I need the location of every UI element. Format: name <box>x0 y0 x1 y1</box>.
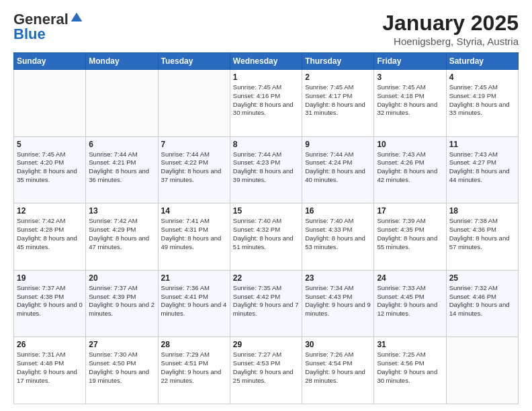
day-number: 9 <box>305 140 371 149</box>
calendar-cell: 9Sunrise: 7:44 AM Sunset: 4:24 PM Daylig… <box>302 136 374 203</box>
day-number: 28 <box>161 340 227 349</box>
calendar-cell: 14Sunrise: 7:41 AM Sunset: 4:31 PM Dayli… <box>158 203 230 271</box>
calendar-cell: 1Sunrise: 7:45 AM Sunset: 4:16 PM Daylig… <box>230 70 302 137</box>
day-number: 29 <box>233 340 299 349</box>
day-info: Sunrise: 7:44 AM Sunset: 4:23 PM Dayligh… <box>233 150 299 185</box>
calendar-table: Sunday Monday Tuesday Wednesday Thursday… <box>13 52 519 404</box>
day-info: Sunrise: 7:44 AM Sunset: 4:22 PM Dayligh… <box>161 150 227 185</box>
day-info: Sunrise: 7:33 AM Sunset: 4:45 PM Dayligh… <box>377 284 443 318</box>
day-info: Sunrise: 7:44 AM Sunset: 4:24 PM Dayligh… <box>305 150 371 185</box>
calendar-cell: 28Sunrise: 7:29 AM Sunset: 4:51 PM Dayli… <box>158 337 230 404</box>
calendar-cell: 10Sunrise: 7:43 AM Sunset: 4:26 PM Dayli… <box>374 136 446 203</box>
day-info: Sunrise: 7:42 AM Sunset: 4:28 PM Dayligh… <box>17 217 83 251</box>
subtitle: Hoenigsberg, Styria, Austria <box>382 36 519 47</box>
calendar-cell: 15Sunrise: 7:40 AM Sunset: 4:32 PM Dayli… <box>230 203 302 271</box>
day-number: 4 <box>449 73 515 82</box>
calendar-cell: 18Sunrise: 7:38 AM Sunset: 4:36 PM Dayli… <box>446 203 518 271</box>
day-number: 2 <box>305 73 371 82</box>
day-info: Sunrise: 7:37 AM Sunset: 4:38 PM Dayligh… <box>17 284 83 318</box>
day-info: Sunrise: 7:40 AM Sunset: 4:32 PM Dayligh… <box>233 217 299 251</box>
calendar-cell: 8Sunrise: 7:44 AM Sunset: 4:23 PM Daylig… <box>230 136 302 203</box>
day-info: Sunrise: 7:39 AM Sunset: 4:35 PM Dayligh… <box>377 217 443 251</box>
logo-icon <box>70 11 83 25</box>
calendar-cell: 30Sunrise: 7:26 AM Sunset: 4:54 PM Dayli… <box>302 337 374 404</box>
day-number: 21 <box>161 273 227 283</box>
day-info: Sunrise: 7:36 AM Sunset: 4:41 PM Dayligh… <box>161 284 227 318</box>
col-saturday: Saturday <box>446 53 518 70</box>
day-number: 12 <box>17 206 83 216</box>
calendar-cell: 2Sunrise: 7:45 AM Sunset: 4:17 PM Daylig… <box>302 70 374 137</box>
col-sunday: Sunday <box>14 53 86 70</box>
calendar-cell: 31Sunrise: 7:25 AM Sunset: 4:56 PM Dayli… <box>374 337 446 404</box>
calendar-week-row: 19Sunrise: 7:37 AM Sunset: 4:38 PM Dayli… <box>14 270 519 337</box>
day-number: 23 <box>305 273 371 283</box>
day-info: Sunrise: 7:37 AM Sunset: 4:39 PM Dayligh… <box>89 284 154 318</box>
calendar-cell: 21Sunrise: 7:36 AM Sunset: 4:41 PM Dayli… <box>158 270 230 337</box>
calendar-cell: 6Sunrise: 7:44 AM Sunset: 4:21 PM Daylig… <box>86 136 158 203</box>
calendar-cell <box>446 337 518 404</box>
day-number: 13 <box>89 206 154 216</box>
day-info: Sunrise: 7:29 AM Sunset: 4:51 PM Dayligh… <box>161 351 227 385</box>
col-tuesday: Tuesday <box>158 53 230 70</box>
day-number: 30 <box>305 340 371 349</box>
day-number: 5 <box>17 140 83 149</box>
calendar-cell: 12Sunrise: 7:42 AM Sunset: 4:28 PM Dayli… <box>14 203 86 271</box>
day-number: 17 <box>377 206 443 216</box>
calendar-cell: 13Sunrise: 7:42 AM Sunset: 4:29 PM Dayli… <box>86 203 158 271</box>
day-number: 3 <box>377 73 443 82</box>
day-info: Sunrise: 7:31 AM Sunset: 4:48 PM Dayligh… <box>17 351 83 385</box>
calendar-week-row: 26Sunrise: 7:31 AM Sunset: 4:48 PM Dayli… <box>14 337 519 404</box>
calendar-cell: 20Sunrise: 7:37 AM Sunset: 4:39 PM Dayli… <box>86 270 158 337</box>
day-info: Sunrise: 7:43 AM Sunset: 4:27 PM Dayligh… <box>449 150 515 185</box>
logo-blue-text: Blue <box>13 26 46 43</box>
calendar-cell: 17Sunrise: 7:39 AM Sunset: 4:35 PM Dayli… <box>374 203 446 271</box>
day-info: Sunrise: 7:26 AM Sunset: 4:54 PM Dayligh… <box>305 351 371 385</box>
calendar-cell <box>86 70 158 137</box>
col-wednesday: Wednesday <box>230 53 302 70</box>
col-monday: Monday <box>86 53 158 70</box>
day-number: 20 <box>89 273 154 283</box>
calendar-cell: 19Sunrise: 7:37 AM Sunset: 4:38 PM Dayli… <box>14 270 86 337</box>
day-info: Sunrise: 7:30 AM Sunset: 4:50 PM Dayligh… <box>89 351 154 385</box>
calendar-cell: 27Sunrise: 7:30 AM Sunset: 4:50 PM Dayli… <box>86 337 158 404</box>
calendar-cell: 29Sunrise: 7:27 AM Sunset: 4:53 PM Dayli… <box>230 337 302 404</box>
day-info: Sunrise: 7:41 AM Sunset: 4:31 PM Dayligh… <box>161 217 227 251</box>
day-number: 24 <box>377 273 443 283</box>
calendar-week-row: 12Sunrise: 7:42 AM Sunset: 4:28 PM Dayli… <box>14 203 519 271</box>
day-number: 26 <box>17 340 83 349</box>
calendar-week-row: 5Sunrise: 7:45 AM Sunset: 4:20 PM Daylig… <box>14 136 519 203</box>
day-number: 27 <box>89 340 154 349</box>
day-number: 7 <box>161 140 227 149</box>
day-info: Sunrise: 7:43 AM Sunset: 4:26 PM Dayligh… <box>377 150 443 185</box>
calendar-cell: 23Sunrise: 7:34 AM Sunset: 4:43 PM Dayli… <box>302 270 374 337</box>
day-info: Sunrise: 7:25 AM Sunset: 4:56 PM Dayligh… <box>377 351 443 385</box>
day-number: 6 <box>89 140 154 149</box>
day-info: Sunrise: 7:45 AM Sunset: 4:20 PM Dayligh… <box>17 150 83 185</box>
day-number: 16 <box>305 206 371 216</box>
svg-marker-0 <box>71 13 83 21</box>
calendar-cell: 24Sunrise: 7:33 AM Sunset: 4:45 PM Dayli… <box>374 270 446 337</box>
day-number: 1 <box>233 73 299 82</box>
day-info: Sunrise: 7:45 AM Sunset: 4:16 PM Dayligh… <box>233 83 299 118</box>
day-info: Sunrise: 7:38 AM Sunset: 4:36 PM Dayligh… <box>449 217 515 251</box>
day-info: Sunrise: 7:45 AM Sunset: 4:17 PM Dayligh… <box>305 83 371 118</box>
header: General Blue January 2025 Hoenigsberg, S… <box>13 11 519 47</box>
day-number: 10 <box>377 140 443 149</box>
day-info: Sunrise: 7:32 AM Sunset: 4:46 PM Dayligh… <box>449 284 515 318</box>
day-number: 31 <box>377 340 443 349</box>
day-number: 19 <box>17 273 83 283</box>
day-number: 25 <box>449 273 515 283</box>
day-number: 11 <box>449 140 515 149</box>
calendar-cell: 11Sunrise: 7:43 AM Sunset: 4:27 PM Dayli… <box>446 136 518 203</box>
day-number: 15 <box>233 206 299 216</box>
day-number: 14 <box>161 206 227 216</box>
col-thursday: Thursday <box>302 53 374 70</box>
calendar-cell: 4Sunrise: 7:45 AM Sunset: 4:19 PM Daylig… <box>446 70 518 137</box>
day-info: Sunrise: 7:35 AM Sunset: 4:42 PM Dayligh… <box>233 284 299 318</box>
month-title: January 2025 <box>382 11 519 36</box>
col-friday: Friday <box>374 53 446 70</box>
day-info: Sunrise: 7:42 AM Sunset: 4:29 PM Dayligh… <box>89 217 154 251</box>
title-area: January 2025 Hoenigsberg, Styria, Austri… <box>382 11 519 47</box>
page: General Blue January 2025 Hoenigsberg, S… <box>0 0 532 411</box>
day-info: Sunrise: 7:34 AM Sunset: 4:43 PM Dayligh… <box>305 284 371 318</box>
